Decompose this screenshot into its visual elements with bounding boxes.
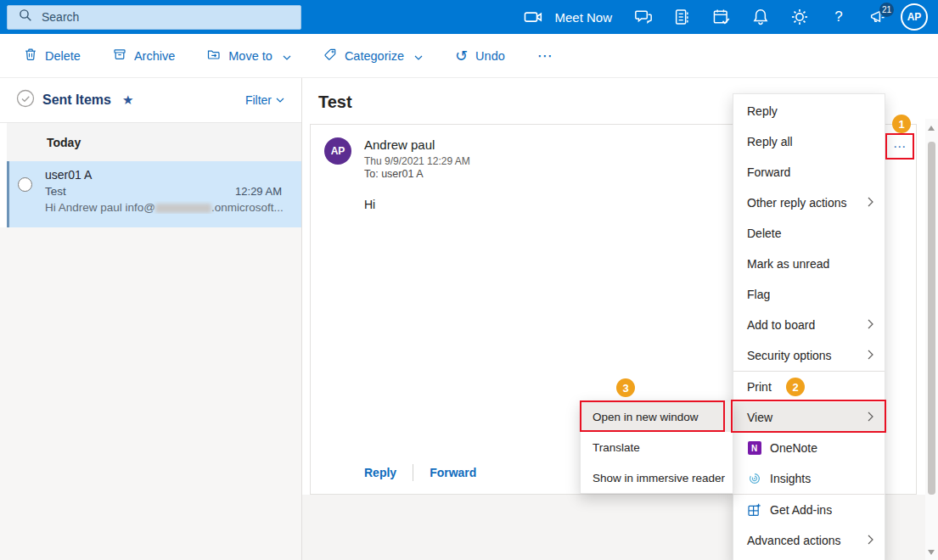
menu-item-forward[interactable]: Forward (733, 157, 885, 188)
meet-now-button[interactable]: Meet Now (553, 10, 624, 25)
submenu-item-show-in-immersive-reader[interactable]: Show in immersive reader (581, 462, 733, 493)
move-to-folder-icon (207, 48, 221, 64)
chevron-down-icon (283, 49, 291, 63)
notebook-feed-icon[interactable] (663, 0, 702, 34)
archive-icon (113, 48, 126, 64)
chat-icon[interactable] (624, 0, 663, 34)
undo-button[interactable]: ↺ Undo (455, 49, 505, 63)
list-empty-area (0, 227, 301, 560)
trash-icon (24, 48, 37, 64)
submenu-item-translate[interactable]: Translate (581, 432, 733, 462)
chevron-right-icon (868, 349, 873, 362)
account-avatar[interactable]: AP (901, 3, 928, 31)
filter-label: Filter (245, 93, 272, 107)
undo-icon: ↺ (455, 50, 468, 62)
email-preview: Hi Andrew paul info@.onmicrosoft... (45, 201, 293, 214)
menu-item-get-add-ins[interactable]: Get Add-ins (733, 495, 885, 525)
view-submenu: Open in new window Translate Show in imm… (580, 400, 733, 494)
sender-block: Andrew paul Thu 9/9/2021 12:29 AM (364, 137, 470, 167)
scroll-up-arrow-icon[interactable] (928, 126, 935, 131)
favorite-star-icon[interactable]: ★ (122, 92, 133, 108)
message-list-panel: Sent Items ★ Filter Today user01 A Test … (0, 78, 302, 560)
sender-avatar[interactable]: AP (324, 137, 351, 165)
chevron-right-icon (868, 534, 873, 547)
message-select-circle[interactable] (18, 177, 32, 192)
delete-label: Delete (45, 49, 81, 63)
meet-now-label: Meet Now (554, 10, 612, 25)
toolbar-overflow-button[interactable]: ⋯ (537, 47, 553, 65)
delete-button[interactable]: Delete (24, 48, 81, 64)
ellipsis-icon: ⋯ (537, 47, 553, 65)
chevron-right-icon (868, 411, 873, 424)
chevron-right-icon (868, 196, 873, 210)
chevron-right-icon (868, 318, 873, 332)
group-label: Today (47, 136, 81, 149)
menu-item-delete[interactable]: Delete (733, 218, 885, 249)
redacted-text (155, 204, 211, 213)
email-time: 12:29 AM (235, 185, 282, 198)
menu-item-view[interactable]: View (733, 402, 885, 433)
divider (413, 464, 413, 481)
sender-name[interactable]: Andrew paul (364, 137, 470, 152)
email-list-item-selected[interactable]: user01 A Test 12:29 AM Hi Andrew paul in… (7, 161, 301, 227)
vertical-scrollbar[interactable] (925, 119, 938, 560)
step-badge-3: 3 (616, 378, 635, 397)
forward-link[interactable]: Forward (430, 466, 476, 479)
top-bar: Search Meet Now (0, 0, 938, 34)
help-icon[interactable]: ? (819, 0, 858, 34)
menu-item-mark-as-unread[interactable]: Mark as unread (733, 249, 885, 279)
menu-item-flag[interactable]: Flag (733, 279, 885, 310)
step-badge-1: 1 (892, 115, 911, 133)
archive-button[interactable]: Archive (113, 48, 175, 64)
menu-item-insights[interactable]: Insights (733, 463, 885, 494)
folder-header: Sent Items ★ Filter (0, 78, 301, 123)
tag-icon (323, 48, 337, 64)
move-to-button[interactable]: Move to (207, 48, 291, 64)
message-datetime: Thu 9/9/2021 12:29 AM (364, 155, 470, 167)
menu-item-security-options[interactable]: Security options (733, 340, 885, 371)
message-more-actions-button[interactable]: ⋯ (886, 134, 913, 159)
menu-item-onenote[interactable]: NOneNote (733, 433, 885, 463)
search-icon (19, 8, 32, 25)
filter-button[interactable]: Filter (245, 93, 284, 107)
email-item-content: user01 A Test 12:29 AM Hi Andrew paul in… (45, 161, 293, 227)
menu-item-reply[interactable]: Reply (733, 96, 885, 126)
insights-icon (747, 472, 761, 486)
menu-item-advanced-actions[interactable]: Advanced actions (733, 525, 885, 556)
categorize-button[interactable]: Categorize (323, 48, 423, 64)
archive-label: Archive (134, 49, 175, 63)
chevron-down-icon (414, 49, 423, 63)
add-ins-grid-icon (747, 503, 761, 518)
message-quick-actions: Reply Forward (364, 464, 476, 481)
step-badge-2: 2 (786, 378, 805, 396)
notification-count-badge: 21 (879, 3, 894, 17)
select-all-check-circle-icon[interactable] (16, 89, 35, 111)
gear-icon[interactable] (780, 0, 819, 34)
undo-label: Undo (475, 49, 505, 63)
topbar-actions: Meet Now ? 21 AP (514, 0, 938, 34)
scrollbar-thumb[interactable] (928, 142, 935, 495)
folder-title: Sent Items (42, 92, 111, 108)
search-input[interactable]: Search (7, 5, 301, 30)
list-group-header: Today (7, 123, 301, 161)
message-actions-context-menu: Reply Reply all Forward Other reply acti… (733, 93, 885, 560)
video-camera-icon[interactable] (514, 0, 553, 34)
onenote-icon: N (747, 441, 761, 456)
menu-item-reply-all[interactable]: Reply all (733, 126, 885, 157)
scroll-down-arrow-icon[interactable] (928, 550, 935, 555)
email-subject: Test (45, 185, 66, 198)
menu-item-print[interactable]: Print (733, 372, 885, 402)
command-bar: Delete Archive Move to Categorize ↺ Undo… (0, 34, 938, 78)
whats-new-megaphone-icon[interactable]: 21 (858, 0, 897, 34)
menu-item-other-reply-actions[interactable]: Other reply actions (733, 188, 885, 218)
bell-icon[interactable] (741, 0, 780, 34)
search-placeholder: Search (42, 10, 79, 24)
menu-item-add-to-board[interactable]: Add to board (733, 310, 885, 340)
move-to-label: Move to (228, 49, 272, 63)
categorize-label: Categorize (345, 49, 404, 63)
submenu-item-open-in-new-window[interactable]: Open in new window (581, 401, 733, 432)
calendar-task-icon[interactable] (702, 0, 741, 34)
reply-link[interactable]: Reply (364, 466, 396, 479)
email-sender: user01 A (45, 168, 293, 182)
outlook-web-app: Search Meet Now (0, 0, 938, 560)
